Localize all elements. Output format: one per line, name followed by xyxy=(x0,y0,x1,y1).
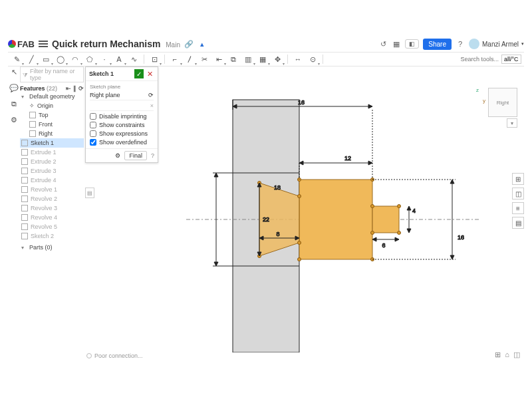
tool-transform[interactable]: ✥▾ xyxy=(271,53,283,65)
share-button[interactable]: Share xyxy=(423,39,452,50)
checkbox[interactable] xyxy=(90,122,96,128)
checkbox[interactable] xyxy=(90,139,96,146)
tool-rect[interactable]: ▭▾ xyxy=(40,53,52,65)
sketch-plane-value[interactable]: Right plane xyxy=(90,92,120,98)
tool-point[interactable]: ·▾ xyxy=(98,53,110,65)
history-icon[interactable]: ⟳ xyxy=(148,92,154,98)
panel-collapse-toggle[interactable]: ▤ xyxy=(85,188,94,198)
sketch-properties-panel: Sketch 1 ✓ ✕ Sketch plane Right plane ⟳ … xyxy=(85,66,158,163)
tool-constraint[interactable]: ⊙▾ xyxy=(307,53,319,65)
tree-feature[interactable]: Extrude 1 xyxy=(20,148,84,157)
dim-22: 22 xyxy=(263,216,269,223)
tool-chamfer[interactable]: 〳▾ xyxy=(184,53,196,65)
tree-plane-top[interactable]: Top xyxy=(20,110,84,120)
tree-feature[interactable]: Revolve 5 xyxy=(20,222,84,231)
user-menu[interactable]: Manzi Armel ▾ xyxy=(469,39,524,49)
tree-item-label: Origin xyxy=(37,102,53,109)
rail-comments-icon[interactable]: 💬 xyxy=(9,82,19,93)
tool-offset[interactable]: ⧉ xyxy=(227,53,239,65)
tool-construction[interactable]: ⊡▾ xyxy=(148,53,160,65)
tool-dimension[interactable]: ↔ xyxy=(292,53,304,65)
tree-feature[interactable]: Sketch 2 xyxy=(20,231,84,241)
tree-origin[interactable]: ✧ Origin xyxy=(20,101,84,110)
feature-icon xyxy=(21,168,28,174)
feature-icon xyxy=(21,149,28,156)
tree-default-geometry[interactable]: ▾ Default geometry xyxy=(20,92,84,101)
tool-spline[interactable]: ∿ xyxy=(128,53,140,65)
right-tool-3[interactable]: ≡ xyxy=(512,202,524,214)
tool-polygon[interactable]: ⬠▾ xyxy=(84,53,96,65)
tool-mirror[interactable]: ▥▾ xyxy=(242,53,254,65)
feature-filter[interactable]: ⧩ Filter by name or type xyxy=(20,66,84,82)
svg-point-12 xyxy=(398,205,401,208)
tree-item-label: Front xyxy=(39,121,53,128)
tree-feature[interactable]: Extrude 2 xyxy=(20,157,84,166)
sketch-canvas[interactable]: 16 12 16 4 6 8 22 18 xyxy=(160,73,505,352)
right-tool-4[interactable]: ▤ xyxy=(512,217,524,229)
tool-fillet[interactable]: ⌐▾ xyxy=(169,53,181,65)
panel-settings-icon[interactable]: ⚙ xyxy=(115,152,120,159)
feature-icon xyxy=(21,223,28,230)
tool-pattern[interactable]: ▦▾ xyxy=(257,53,269,65)
app-switcher[interactable]: ◧ xyxy=(405,39,419,49)
tree-parts[interactable]: ▾ Parts (0) xyxy=(20,243,84,252)
separator xyxy=(144,55,144,64)
opt-show-expressions[interactable]: Show expressions xyxy=(90,130,154,137)
tree-plane-front[interactable]: Front xyxy=(20,120,84,129)
checkbox[interactable] xyxy=(90,130,96,137)
footer-icon-3[interactable]: ◫ xyxy=(513,350,520,359)
tool-circle[interactable]: ◯▾ xyxy=(55,53,66,65)
svg-marker-25 xyxy=(299,161,303,165)
tree-feature-sketch1[interactable]: Sketch 1 xyxy=(20,138,84,148)
history-icon[interactable]: ↺ xyxy=(378,39,388,49)
footer-icon-2[interactable]: ⌂ xyxy=(505,350,509,359)
right-tool-1[interactable]: ⊞ xyxy=(512,173,524,185)
tool-extend[interactable]: ⇤▾ xyxy=(213,53,225,65)
cancel-button[interactable]: ✕ xyxy=(145,69,154,78)
tool-text[interactable]: A▾ xyxy=(113,53,125,65)
tree-feature[interactable]: Revolve 1 xyxy=(20,185,84,194)
tree-collapse-icon[interactable]: ⇤ xyxy=(66,85,71,92)
units-input[interactable] xyxy=(501,55,521,64)
opt-show-overdefined[interactable]: Show overdefined xyxy=(90,139,154,146)
help-icon[interactable]: ? xyxy=(456,39,465,49)
tool-arc[interactable]: ◠▾ xyxy=(69,53,81,65)
tree-feature[interactable]: Extrude 3 xyxy=(20,166,84,176)
tool-line[interactable]: ╱▾ xyxy=(25,53,37,65)
tool-sketch[interactable]: ✎▾ xyxy=(11,53,23,65)
final-button[interactable]: Final xyxy=(124,151,147,160)
tree-plane-right[interactable]: Right xyxy=(20,129,84,138)
right-tool-2[interactable]: ◫ xyxy=(512,188,524,200)
tree-refresh-icon[interactable]: ⟳ xyxy=(78,85,84,92)
feature-icon xyxy=(21,158,28,165)
tool-trim[interactable]: ✂ xyxy=(198,53,210,65)
tree-feature[interactable]: Extrude 4 xyxy=(20,176,84,185)
apps-icon[interactable]: ▦ xyxy=(392,39,401,49)
opt-disable-imprinting[interactable]: Disable imprinting xyxy=(90,113,154,120)
app-logo[interactable]: FAB xyxy=(8,39,35,49)
rail-config-icon[interactable]: ⚙ xyxy=(9,114,19,125)
tree-pause-icon[interactable]: ‖ xyxy=(73,85,76,92)
footer-icon-1[interactable]: ⊞ xyxy=(495,350,501,359)
logo-icon xyxy=(8,40,16,48)
checkbox[interactable] xyxy=(90,113,96,120)
tree-feature[interactable]: Revolve 4 xyxy=(20,213,84,222)
rail-versions-icon[interactable]: ⧉ xyxy=(9,98,19,109)
svg-marker-30 xyxy=(450,255,454,259)
panel-title: Sketch 1 xyxy=(89,70,114,77)
svg-marker-49 xyxy=(214,262,218,266)
opt-show-constraints[interactable]: Show constraints xyxy=(90,122,154,128)
hamburger-menu-icon[interactable] xyxy=(39,41,48,47)
view-cube-menu[interactable]: ▾ xyxy=(507,118,517,128)
document-branch: Main xyxy=(166,41,180,49)
confirm-button[interactable]: ✓ xyxy=(134,69,144,78)
tree-feature[interactable]: Revolve 2 xyxy=(20,194,84,203)
clear-field-icon[interactable]: × xyxy=(150,102,154,109)
bookmark-icon[interactable]: ▴ xyxy=(198,39,207,49)
document-title[interactable]: Quick return Mechanism Main xyxy=(52,39,180,49)
panel-help-icon[interactable]: ? xyxy=(151,152,154,159)
rail-cursor-icon[interactable]: ↖ xyxy=(9,66,19,77)
link-icon[interactable]: 🔗 xyxy=(184,39,194,49)
tree-feature[interactable]: Revolve 3 xyxy=(20,203,84,213)
checkbox-label: Show expressions xyxy=(99,130,148,137)
